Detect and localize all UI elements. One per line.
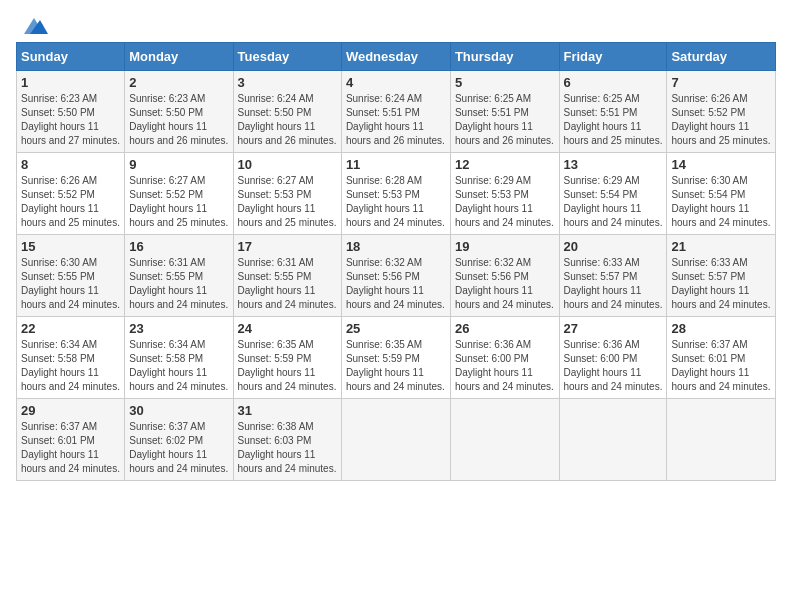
day-info: Sunrise: 6:26 AMSunset: 5:52 PMDaylight … bbox=[671, 92, 771, 148]
calendar-table: SundayMondayTuesdayWednesdayThursdayFrid… bbox=[16, 42, 776, 481]
day-info: Sunrise: 6:29 AMSunset: 5:53 PMDaylight … bbox=[455, 174, 555, 230]
day-of-week-header: Wednesday bbox=[341, 43, 450, 71]
calendar-week-row: 1Sunrise: 6:23 AMSunset: 5:50 PMDaylight… bbox=[17, 71, 776, 153]
day-info: Sunrise: 6:28 AMSunset: 5:53 PMDaylight … bbox=[346, 174, 446, 230]
calendar-day-cell: 7Sunrise: 6:26 AMSunset: 5:52 PMDaylight… bbox=[667, 71, 776, 153]
day-info: Sunrise: 6:30 AMSunset: 5:55 PMDaylight … bbox=[21, 256, 120, 312]
day-info: Sunrise: 6:35 AMSunset: 5:59 PMDaylight … bbox=[346, 338, 446, 394]
calendar-week-row: 29Sunrise: 6:37 AMSunset: 6:01 PMDayligh… bbox=[17, 399, 776, 481]
day-info: Sunrise: 6:25 AMSunset: 5:51 PMDaylight … bbox=[455, 92, 555, 148]
day-of-week-header: Saturday bbox=[667, 43, 776, 71]
calendar-day-cell: 2Sunrise: 6:23 AMSunset: 5:50 PMDaylight… bbox=[125, 71, 233, 153]
day-number: 28 bbox=[671, 321, 771, 336]
day-number: 7 bbox=[671, 75, 771, 90]
day-number: 3 bbox=[238, 75, 337, 90]
calendar-day-cell: 6Sunrise: 6:25 AMSunset: 5:51 PMDaylight… bbox=[559, 71, 667, 153]
calendar-day-cell bbox=[667, 399, 776, 481]
calendar-day-cell: 4Sunrise: 6:24 AMSunset: 5:51 PMDaylight… bbox=[341, 71, 450, 153]
day-info: Sunrise: 6:23 AMSunset: 5:50 PMDaylight … bbox=[21, 92, 120, 148]
day-number: 2 bbox=[129, 75, 228, 90]
calendar-day-cell bbox=[450, 399, 559, 481]
calendar-day-cell: 21Sunrise: 6:33 AMSunset: 5:57 PMDayligh… bbox=[667, 235, 776, 317]
day-info: Sunrise: 6:27 AMSunset: 5:53 PMDaylight … bbox=[238, 174, 337, 230]
day-number: 21 bbox=[671, 239, 771, 254]
calendar-day-cell: 11Sunrise: 6:28 AMSunset: 5:53 PMDayligh… bbox=[341, 153, 450, 235]
calendar-week-row: 22Sunrise: 6:34 AMSunset: 5:58 PMDayligh… bbox=[17, 317, 776, 399]
calendar-week-row: 8Sunrise: 6:26 AMSunset: 5:52 PMDaylight… bbox=[17, 153, 776, 235]
day-info: Sunrise: 6:37 AMSunset: 6:02 PMDaylight … bbox=[129, 420, 228, 476]
day-number: 18 bbox=[346, 239, 446, 254]
day-number: 23 bbox=[129, 321, 228, 336]
day-number: 26 bbox=[455, 321, 555, 336]
calendar-day-cell: 20Sunrise: 6:33 AMSunset: 5:57 PMDayligh… bbox=[559, 235, 667, 317]
calendar-day-cell: 10Sunrise: 6:27 AMSunset: 5:53 PMDayligh… bbox=[233, 153, 341, 235]
day-info: Sunrise: 6:36 AMSunset: 6:00 PMDaylight … bbox=[564, 338, 663, 394]
calendar-day-cell: 28Sunrise: 6:37 AMSunset: 6:01 PMDayligh… bbox=[667, 317, 776, 399]
day-info: Sunrise: 6:32 AMSunset: 5:56 PMDaylight … bbox=[346, 256, 446, 312]
day-of-week-header: Monday bbox=[125, 43, 233, 71]
calendar-day-cell: 24Sunrise: 6:35 AMSunset: 5:59 PMDayligh… bbox=[233, 317, 341, 399]
day-info: Sunrise: 6:34 AMSunset: 5:58 PMDaylight … bbox=[21, 338, 120, 394]
day-number: 5 bbox=[455, 75, 555, 90]
day-of-week-header: Friday bbox=[559, 43, 667, 71]
day-of-week-header: Tuesday bbox=[233, 43, 341, 71]
day-number: 10 bbox=[238, 157, 337, 172]
calendar-day-cell: 31Sunrise: 6:38 AMSunset: 6:03 PMDayligh… bbox=[233, 399, 341, 481]
calendar-day-cell: 30Sunrise: 6:37 AMSunset: 6:02 PMDayligh… bbox=[125, 399, 233, 481]
calendar-day-cell: 12Sunrise: 6:29 AMSunset: 5:53 PMDayligh… bbox=[450, 153, 559, 235]
day-number: 31 bbox=[238, 403, 337, 418]
day-info: Sunrise: 6:37 AMSunset: 6:01 PMDaylight … bbox=[21, 420, 120, 476]
day-number: 24 bbox=[238, 321, 337, 336]
day-info: Sunrise: 6:31 AMSunset: 5:55 PMDaylight … bbox=[129, 256, 228, 312]
calendar-day-cell: 25Sunrise: 6:35 AMSunset: 5:59 PMDayligh… bbox=[341, 317, 450, 399]
day-info: Sunrise: 6:36 AMSunset: 6:00 PMDaylight … bbox=[455, 338, 555, 394]
logo bbox=[16, 16, 48, 34]
calendar-day-cell: 22Sunrise: 6:34 AMSunset: 5:58 PMDayligh… bbox=[17, 317, 125, 399]
calendar-day-cell: 27Sunrise: 6:36 AMSunset: 6:00 PMDayligh… bbox=[559, 317, 667, 399]
day-number: 11 bbox=[346, 157, 446, 172]
day-info: Sunrise: 6:24 AMSunset: 5:50 PMDaylight … bbox=[238, 92, 337, 148]
day-info: Sunrise: 6:30 AMSunset: 5:54 PMDaylight … bbox=[671, 174, 771, 230]
day-info: Sunrise: 6:34 AMSunset: 5:58 PMDaylight … bbox=[129, 338, 228, 394]
day-number: 4 bbox=[346, 75, 446, 90]
calendar-day-cell: 19Sunrise: 6:32 AMSunset: 5:56 PMDayligh… bbox=[450, 235, 559, 317]
day-info: Sunrise: 6:31 AMSunset: 5:55 PMDaylight … bbox=[238, 256, 337, 312]
day-number: 15 bbox=[21, 239, 120, 254]
day-number: 19 bbox=[455, 239, 555, 254]
day-number: 27 bbox=[564, 321, 663, 336]
day-number: 16 bbox=[129, 239, 228, 254]
calendar-day-cell bbox=[559, 399, 667, 481]
day-number: 1 bbox=[21, 75, 120, 90]
calendar-day-cell bbox=[341, 399, 450, 481]
day-number: 17 bbox=[238, 239, 337, 254]
day-of-week-header: Sunday bbox=[17, 43, 125, 71]
calendar-day-cell: 23Sunrise: 6:34 AMSunset: 5:58 PMDayligh… bbox=[125, 317, 233, 399]
day-number: 12 bbox=[455, 157, 555, 172]
day-info: Sunrise: 6:26 AMSunset: 5:52 PMDaylight … bbox=[21, 174, 120, 230]
calendar-header-row: SundayMondayTuesdayWednesdayThursdayFrid… bbox=[17, 43, 776, 71]
calendar-day-cell: 26Sunrise: 6:36 AMSunset: 6:00 PMDayligh… bbox=[450, 317, 559, 399]
day-number: 9 bbox=[129, 157, 228, 172]
day-info: Sunrise: 6:24 AMSunset: 5:51 PMDaylight … bbox=[346, 92, 446, 148]
calendar-day-cell: 16Sunrise: 6:31 AMSunset: 5:55 PMDayligh… bbox=[125, 235, 233, 317]
day-info: Sunrise: 6:35 AMSunset: 5:59 PMDaylight … bbox=[238, 338, 337, 394]
day-number: 8 bbox=[21, 157, 120, 172]
day-info: Sunrise: 6:25 AMSunset: 5:51 PMDaylight … bbox=[564, 92, 663, 148]
calendar-day-cell: 14Sunrise: 6:30 AMSunset: 5:54 PMDayligh… bbox=[667, 153, 776, 235]
day-info: Sunrise: 6:27 AMSunset: 5:52 PMDaylight … bbox=[129, 174, 228, 230]
calendar-day-cell: 5Sunrise: 6:25 AMSunset: 5:51 PMDaylight… bbox=[450, 71, 559, 153]
day-number: 29 bbox=[21, 403, 120, 418]
calendar-day-cell: 9Sunrise: 6:27 AMSunset: 5:52 PMDaylight… bbox=[125, 153, 233, 235]
day-number: 14 bbox=[671, 157, 771, 172]
page-header bbox=[16, 16, 776, 34]
logo-icon bbox=[20, 16, 48, 38]
calendar-week-row: 15Sunrise: 6:30 AMSunset: 5:55 PMDayligh… bbox=[17, 235, 776, 317]
day-number: 22 bbox=[21, 321, 120, 336]
day-info: Sunrise: 6:33 AMSunset: 5:57 PMDaylight … bbox=[564, 256, 663, 312]
day-number: 6 bbox=[564, 75, 663, 90]
calendar-day-cell: 18Sunrise: 6:32 AMSunset: 5:56 PMDayligh… bbox=[341, 235, 450, 317]
day-number: 13 bbox=[564, 157, 663, 172]
day-info: Sunrise: 6:29 AMSunset: 5:54 PMDaylight … bbox=[564, 174, 663, 230]
day-info: Sunrise: 6:38 AMSunset: 6:03 PMDaylight … bbox=[238, 420, 337, 476]
calendar-day-cell: 8Sunrise: 6:26 AMSunset: 5:52 PMDaylight… bbox=[17, 153, 125, 235]
